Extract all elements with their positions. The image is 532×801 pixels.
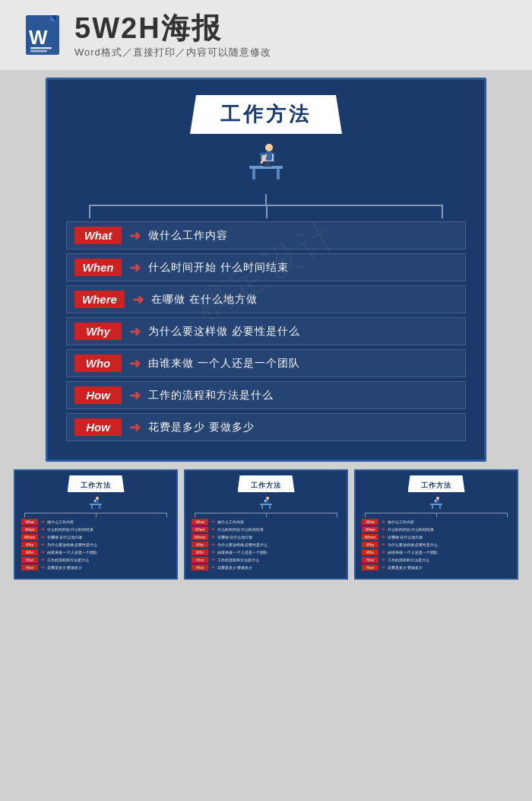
svg-rect-23 xyxy=(96,500,98,503)
thumb-arrow: ➜ xyxy=(211,557,215,563)
thumb-arrow: ➜ xyxy=(381,526,385,532)
tree-lines xyxy=(74,194,458,218)
poster-title-banner: 工作方法 xyxy=(190,95,342,134)
thumb-item-row: What ➜ 做什么工作内容 xyxy=(21,519,170,525)
thumb-arrow: ➜ xyxy=(381,534,385,540)
thumb-label: Where xyxy=(192,534,208,540)
svg-rect-18 xyxy=(91,505,93,509)
thumb-item-row: How ➜ 花费是多少 要做多少 xyxy=(362,564,511,571)
thumb-arrow: ➜ xyxy=(40,564,45,571)
item-label: How xyxy=(74,418,122,436)
thumb-label: When xyxy=(21,526,38,532)
thumb-item-row: Where ➜ 在哪做 在什么地方做 xyxy=(192,534,340,540)
thumb-arrow: ➜ xyxy=(40,534,45,540)
thumb-item-row: Where ➜ 在哪做 在什么地方做 xyxy=(362,534,511,540)
svg-rect-12 xyxy=(263,165,272,167)
thumb-lines: What ➜ 做什么工作内容 When ➜ 什么时间开始 什么时间结束 Wher… xyxy=(192,519,340,571)
item-desc: 为什么要这样做 必要性是什么 xyxy=(148,325,300,339)
item-label: Why xyxy=(74,323,122,340)
poster-title: 工作方法 xyxy=(220,103,312,126)
thumb-item-row: Why ➜ 为什么要这样做 必要性是什么 xyxy=(192,542,340,548)
thumb-label: How xyxy=(192,557,208,563)
thumb-arrow: ➜ xyxy=(40,519,45,525)
svg-rect-26 xyxy=(269,505,271,509)
thumb-desc: 在哪做 在什么地方做 xyxy=(388,535,423,539)
thumb-arrow: ➜ xyxy=(381,542,385,548)
svg-point-36 xyxy=(436,497,439,500)
thumb-desc: 花费是多少 要做多少 xyxy=(47,565,82,570)
thumbnail-2: 工作方法 xyxy=(354,469,518,580)
svg-rect-5 xyxy=(30,50,47,52)
thumb-desc: 工作的流程和方法是什么 xyxy=(47,558,89,562)
thumb-desc: 在哪做 在什么地方做 xyxy=(47,535,82,539)
items-container: What ➜ 做什么工作内容 When ➜ 什么时间开始 什么时间结束 Wher… xyxy=(66,221,466,441)
thumb-arrow: ➜ xyxy=(381,564,385,571)
item-desc: 由谁来做 一个人还是一个团队 xyxy=(148,357,300,370)
word-icon: W xyxy=(23,15,62,58)
item-label: When xyxy=(74,259,122,276)
main-title: 5W2H海报 xyxy=(74,14,271,43)
thumb-arrow: ➜ xyxy=(40,557,45,563)
thumb-label: Who xyxy=(362,549,378,555)
thumb-person xyxy=(21,496,170,512)
thumb-title-banner: 工作方法 xyxy=(408,475,465,492)
thumb-item-row: How ➜ 工作的流程和方法是什么 xyxy=(192,557,340,563)
thumb-person xyxy=(362,496,511,512)
svg-rect-32 xyxy=(432,505,433,509)
thumb-label: When xyxy=(362,526,378,532)
thumb-item-row: Where ➜ 在哪做 在什么地方做 xyxy=(21,534,170,540)
thumb-label: What xyxy=(21,519,38,525)
item-label: How xyxy=(74,386,122,404)
item-desc: 在哪做 在什么地方做 xyxy=(151,293,258,307)
person-illustration xyxy=(66,140,466,189)
svg-point-13 xyxy=(265,144,273,151)
svg-rect-8 xyxy=(277,169,280,180)
thumb-item-row: How ➜ 花费是多少 要做多少 xyxy=(192,564,340,571)
thumb-label: How xyxy=(362,564,378,571)
thumb-label: How xyxy=(21,564,38,571)
thumb-item-row: Who ➜ 由谁来做 一个人还是一个团队 xyxy=(21,549,170,555)
thumbnail-0: 工作方法 xyxy=(14,469,178,580)
item-label: Who xyxy=(74,354,122,372)
item-row: When ➜ 什么时间开始 什么时间结束 xyxy=(66,253,466,281)
thumb-label: Why xyxy=(192,542,208,548)
thumb-desc: 什么时间开始 什么时间结束 xyxy=(388,527,434,532)
thumb-desc: 由谁来做 一个人还是一个团队 xyxy=(217,550,268,555)
item-desc: 工作的流程和方法是什么 xyxy=(148,389,274,402)
svg-point-22 xyxy=(96,497,99,500)
arrow-icon: ➜ xyxy=(129,387,141,404)
thumb-desc: 做什么工作内容 xyxy=(388,520,414,524)
thumb-arrow: ➜ xyxy=(211,526,215,532)
item-desc: 什么时间开始 什么时间结束 xyxy=(148,261,289,275)
item-row: How ➜ 花费是多少 要做多少 xyxy=(66,413,466,441)
thumb-label: When xyxy=(192,526,208,532)
thumb-arrow: ➜ xyxy=(40,526,45,532)
arrow-icon: ➜ xyxy=(129,419,141,436)
thumb-arrow: ➜ xyxy=(40,542,45,548)
thumb-label: How xyxy=(362,557,378,563)
svg-rect-37 xyxy=(436,500,439,503)
thumb-desc: 在哪做 在什么地方做 xyxy=(217,535,252,539)
thumb-item-row: Why ➜ 为什么要这样做 必要性是什么 xyxy=(21,542,170,548)
thumb-item-row: Why ➜ 为什么要这样做 必要性是什么 xyxy=(362,542,511,548)
svg-point-29 xyxy=(266,497,269,500)
thumb-desc: 做什么工作内容 xyxy=(47,520,74,524)
thumb-desc: 什么时间开始 什么时间结束 xyxy=(217,527,264,532)
item-row: Why ➜ 为什么要这样做 必要性是什么 xyxy=(66,317,466,345)
svg-rect-15 xyxy=(260,153,266,155)
thumb-arrow: ➜ xyxy=(381,549,385,555)
svg-text:W: W xyxy=(29,26,48,49)
thumb-arrow: ➜ xyxy=(211,534,215,540)
thumb-label: How xyxy=(21,557,38,563)
thumb-arrow: ➜ xyxy=(211,542,215,548)
thumb-desc: 什么时间开始 什么时间结束 xyxy=(47,527,93,532)
thumb-desc: 做什么工作内容 xyxy=(217,520,244,524)
item-label: Where xyxy=(74,291,125,308)
thumb-label: Who xyxy=(21,549,38,555)
main-poster: 稿定设计 工作方法 xyxy=(46,78,486,462)
item-row: Where ➜ 在哪做 在什么地方做 xyxy=(66,285,466,313)
item-row: What ➜ 做什么工作内容 xyxy=(66,221,466,250)
thumb-arrow: ➜ xyxy=(211,564,215,571)
item-row: Who ➜ 由谁来做 一个人还是一个团队 xyxy=(66,349,466,377)
thumb-arrow: ➜ xyxy=(381,557,385,563)
